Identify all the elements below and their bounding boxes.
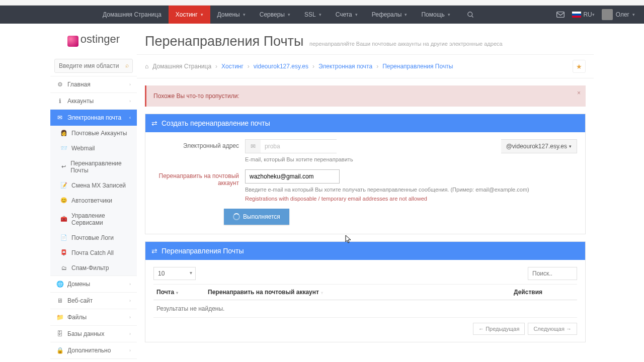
svg-line-1 [472, 16, 473, 17]
sub-icon: 📝 [60, 182, 67, 189]
menu-icon: 🗄 [56, 330, 63, 337]
submit-button[interactable]: Выполняется [224, 209, 289, 225]
home-icon: ⌂ [145, 63, 148, 70]
sidebar-search-input[interactable] [54, 59, 133, 73]
share-icon: ⇄ [151, 247, 157, 255]
sidebar-subitem[interactable]: 👩Почтовые Аккаунты [50, 126, 137, 141]
alert-close-icon[interactable]: × [577, 89, 581, 97]
lang-switch[interactable]: RU▾ [572, 11, 594, 18]
nav-рефералы[interactable]: Рефералы▾ [365, 6, 415, 24]
sidebar-subitem[interactable]: 📨Webmail [50, 141, 137, 156]
sidebar-menu: ⚙Главная›ℹАккаунты›✉Электронная почта‹👩П… [50, 76, 137, 362]
sub-icon: 😊 [60, 197, 67, 204]
sub-icon: 🧰 [60, 216, 67, 222]
content: Перенаправления Почты перенаправляйте Ва… [137, 24, 594, 362]
error-alert: Похоже Вы что-то пропустили: × [145, 85, 586, 107]
flag-ru-icon [572, 12, 581, 18]
sidebar-item-базы-данных[interactable]: 🗄Базы данных› [50, 326, 137, 342]
nav-счета[interactable]: Счета▾ [329, 6, 365, 24]
sidebar-item-домены[interactable]: 🌐Домены› [50, 276, 137, 292]
crumb-domain[interactable]: videourok127.esy.es [254, 63, 308, 70]
nav-домены[interactable]: Домены▾ [210, 6, 253, 24]
col-email[interactable]: Почта▾ [153, 285, 205, 300]
menu-icon: 🔒 [56, 347, 63, 354]
sidebar-item-аккаунты[interactable]: ℹАккаунты› [50, 93, 137, 109]
sub-icon: 📨 [60, 145, 67, 151]
next-page-button[interactable]: Следующая → [528, 323, 577, 335]
forward-warning: Registrations with disposable / temporar… [245, 196, 577, 202]
share-icon: ⇄ [151, 119, 157, 127]
nav-ssl[interactable]: SSL▾ [297, 6, 329, 24]
forwarders-table: Почта▾ Перенаправить на почтовый аккаунт… [153, 284, 577, 318]
crumb-hosting[interactable]: Хостинг [221, 63, 244, 70]
table-search-input[interactable] [528, 267, 577, 280]
domain-select[interactable]: @videourok127.esy.es▾ [501, 139, 577, 153]
sidebar-subitem[interactable]: ↩Перенаправление Почты [50, 156, 137, 178]
sidebar-subitem[interactable]: 📮Почта Catch All [50, 245, 137, 260]
col-actions: Действия [511, 285, 577, 300]
pagination: ← Предыдущая Следующая → [153, 323, 577, 335]
crumb-email[interactable]: Электронная почта [318, 63, 372, 70]
logo-icon [67, 36, 78, 47]
user-menu[interactable]: Олег▾ [602, 9, 635, 20]
sidebar-item-электронная-почта[interactable]: ✉Электронная почта‹ [50, 110, 137, 126]
svg-point-0 [468, 12, 472, 16]
forward-to-input[interactable] [245, 169, 340, 184]
sidebar-subitem[interactable]: 📝Смена MX Записей [50, 178, 137, 193]
menu-icon: ✉ [56, 114, 63, 121]
logo[interactable]: ostinger [50, 24, 137, 56]
nav-хостинг[interactable]: Хостинг▾ [169, 6, 210, 24]
menu-icon: 📁 [56, 314, 63, 321]
page-header: Перенаправления Почты перенаправляйте Ва… [137, 24, 594, 55]
table-empty: Результаты не найдены. [153, 300, 577, 318]
favorite-button[interactable]: ★ [573, 60, 586, 73]
mail-icon: ✉ [246, 140, 261, 153]
sub-icon: 📮 [60, 249, 67, 256]
menu-icon: ⚙ [56, 81, 63, 88]
page-subtitle: перенаправляйте Ваши почтовые аккаунты н… [309, 41, 503, 47]
spinner-icon [233, 213, 240, 220]
browser-address-bar [0, 0, 644, 6]
email-local-input[interactable] [261, 140, 344, 153]
menu-icon: ℹ [56, 98, 63, 105]
forward-label: Перенаправить на почтовый аккаунт [153, 169, 245, 202]
search-icon[interactable]: ⌕ [125, 62, 129, 69]
nav-помощь[interactable]: Помощь▾ [414, 6, 457, 24]
page-size-select[interactable]: 10 [153, 267, 196, 280]
crumb-current: Перенаправления Почты [382, 63, 453, 70]
mail-icon[interactable] [556, 10, 565, 19]
sidebar-item-файлы[interactable]: 📁Файлы› [50, 309, 137, 325]
page-title: Перенаправления Почты [145, 34, 303, 49]
sidebar: ostinger ⌕ ⚙Главная›ℹАккаунты›✉Электронн… [50, 24, 137, 362]
nav-серверы[interactable]: Серверы▾ [253, 6, 297, 24]
sidebar-item-веб-сайт[interactable]: 🖥Веб-сайт› [50, 293, 137, 309]
breadcrumb: ⌂ Домашняя Страница › Хостинг › videouro… [137, 55, 594, 78]
search-icon[interactable] [466, 10, 475, 19]
forwarders-list-panel: ⇄ Перенаправления Почты 10 Почта▾ Перена… [145, 241, 586, 342]
sidebar-subitem[interactable]: 🗂Спам-Фильтр [50, 260, 137, 276]
create-forwarder-panel: ⇄ Создать перенаправление почты Электрон… [145, 114, 586, 234]
sub-icon: ↩ [60, 163, 66, 170]
sidebar-subitem[interactable]: 🧰Управление Сервисами [50, 208, 137, 230]
menu-icon: 🖥 [56, 297, 63, 304]
sidebar-item-главная[interactable]: ⚙Главная› [50, 76, 137, 93]
sidebar-item-другое[interactable]: ⚙Другое› [50, 359, 137, 362]
top-nav: Домашняя СтраницаХостинг▾Домены▾Серверы▾… [0, 6, 644, 24]
sidebar-item-дополнительно[interactable]: 🔒Дополнительно› [50, 342, 137, 358]
nav-домашняя-страница[interactable]: Домашняя Страница [96, 6, 169, 24]
crumb-home[interactable]: Домашняя Страница [152, 63, 211, 70]
panel-title: Перенаправления Почты [162, 247, 244, 255]
sidebar-subitem[interactable]: 😊Автоответчики [50, 193, 137, 208]
forward-hint: Введите e-mail на который Вы хотите полу… [245, 187, 577, 193]
sidebar-subitem[interactable]: 📄Почтовые Логи [50, 230, 137, 245]
svg-rect-2 [557, 12, 565, 18]
sub-icon: 📄 [60, 234, 67, 241]
sub-icon: 🗂 [60, 265, 67, 271]
sub-icon: 👩 [60, 130, 67, 136]
panel-title: Создать перенаправление почты [162, 119, 270, 127]
email-hint: E-mail, который Вы хотите перенаправить [245, 156, 577, 162]
col-forward[interactable]: Перенаправить на почтовый аккаунт▾ [205, 285, 511, 300]
avatar-icon [602, 9, 613, 20]
prev-page-button[interactable]: ← Предыдущая [473, 323, 525, 335]
menu-icon: 🌐 [56, 281, 63, 288]
